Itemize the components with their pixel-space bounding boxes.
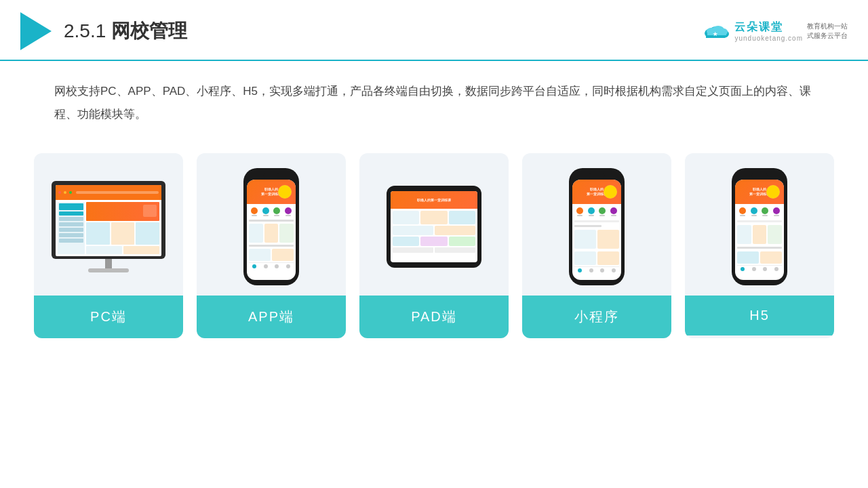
card-pad-image: 职场人的第一堂训练课 [359, 153, 509, 296]
brand-area: ★ 云朵课堂 yunduoketang.com 教育机构一站 式服务云平台 [701, 20, 848, 42]
phone-mockup-mini: 职场人的第一堂训练课 [569, 168, 625, 285]
card-miniprogram: 职场人的第一堂训练课 [522, 153, 671, 338]
card-app-image: 职场人的第一堂训练课 [197, 153, 346, 296]
brand-name: 云朵课堂 [734, 20, 803, 35]
card-pad-label: PAD端 [359, 296, 509, 338]
card-pad: 职场人的第一堂训练课 [359, 153, 509, 338]
phone-mockup-app: 职场人的第一堂训练课 [243, 168, 299, 285]
card-pc: PC端 [34, 153, 183, 338]
card-miniprogram-label: 小程序 [522, 296, 671, 338]
card-h5-label: H5 [685, 296, 834, 336]
brand-tagline: 教育机构一站 式服务云平台 [807, 22, 848, 41]
card-pc-image [34, 153, 183, 296]
tablet-mockup: 职场人的第一堂训练课 [387, 186, 481, 268]
card-h5: 职场人的第一堂训练课 [685, 153, 834, 338]
pc-mockup [52, 181, 165, 272]
brand-logo: ★ 云朵课堂 yunduoketang.com 教育机构一站 式服务云平台 [701, 20, 848, 42]
brand-url: yunduoketang.com [734, 35, 803, 42]
card-miniprogram-image: 职场人的第一堂训练课 [522, 153, 671, 296]
cards-container: PC端 职场人的第一堂训练课 [0, 140, 868, 359]
description-text: 网校支持PC、APP、PAD、小程序、H5，实现多端打通，产品各终端自由切换，数… [0, 61, 868, 140]
card-app: 职场人的第一堂训练课 [197, 153, 346, 338]
card-app-label: APP端 [197, 296, 346, 338]
phone-mockup-h5: 职场人的第一堂训练课 [732, 168, 787, 285]
card-pc-label: PC端 [34, 296, 183, 338]
header: 2.5.1 网校管理 ★ 云朵课堂 yunduoketang.com [0, 0, 868, 61]
logo-triangle-icon [20, 12, 52, 50]
cloud-icon: ★ [701, 21, 730, 41]
svg-text:★: ★ [713, 31, 718, 37]
header-left: 2.5.1 网校管理 [20, 12, 187, 50]
page-title: 2.5.1 网校管理 [64, 18, 187, 44]
card-h5-image: 职场人的第一堂训练课 [685, 153, 834, 296]
